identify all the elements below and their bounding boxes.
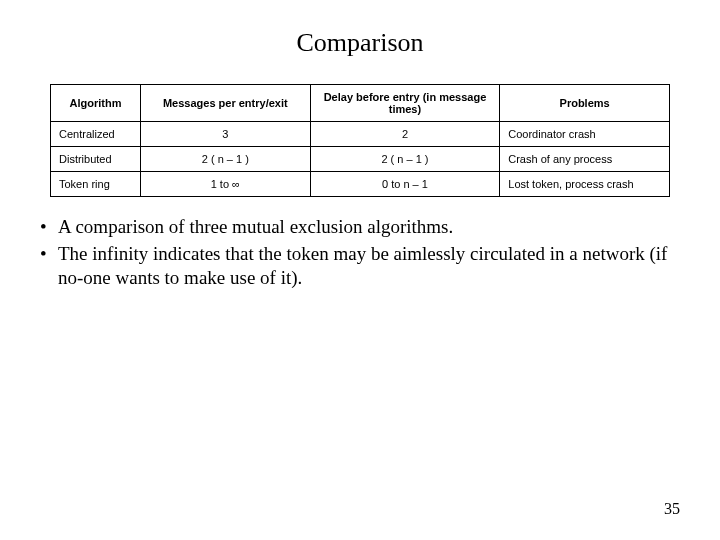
cell-delay: 0 to n – 1 <box>310 172 500 197</box>
cell-problems: Lost token, process crash <box>500 172 670 197</box>
bullet-list: A comparison of three mutual exclusion a… <box>36 215 684 291</box>
cell-messages: 1 to ∞ <box>140 172 310 197</box>
table-row: Distributed 2 ( n – 1 ) 2 ( n – 1 ) Cras… <box>51 147 670 172</box>
cell-messages: 2 ( n – 1 ) <box>140 147 310 172</box>
bullet-item: The infinity indicates that the token ma… <box>40 242 684 291</box>
cell-delay: 2 <box>310 122 500 147</box>
cell-algorithm: Centralized <box>51 122 141 147</box>
table-header-row: Algorithm Messages per entry/exit Delay … <box>51 85 670 122</box>
cell-algorithm: Token ring <box>51 172 141 197</box>
header-delay: Delay before entry (in message times) <box>310 85 500 122</box>
table-row: Centralized 3 2 Coordinator crash <box>51 122 670 147</box>
comparison-table: Algorithm Messages per entry/exit Delay … <box>50 84 670 197</box>
cell-problems: Coordinator crash <box>500 122 670 147</box>
table-row: Token ring 1 to ∞ 0 to n – 1 Lost token,… <box>51 172 670 197</box>
cell-algorithm: Distributed <box>51 147 141 172</box>
header-messages: Messages per entry/exit <box>140 85 310 122</box>
cell-problems: Crash of any process <box>500 147 670 172</box>
header-algorithm: Algorithm <box>51 85 141 122</box>
cell-delay: 2 ( n – 1 ) <box>310 147 500 172</box>
header-problems: Problems <box>500 85 670 122</box>
cell-messages: 3 <box>140 122 310 147</box>
bullet-item: A comparison of three mutual exclusion a… <box>40 215 684 240</box>
page-title: Comparison <box>36 28 684 58</box>
page-number: 35 <box>664 500 680 518</box>
